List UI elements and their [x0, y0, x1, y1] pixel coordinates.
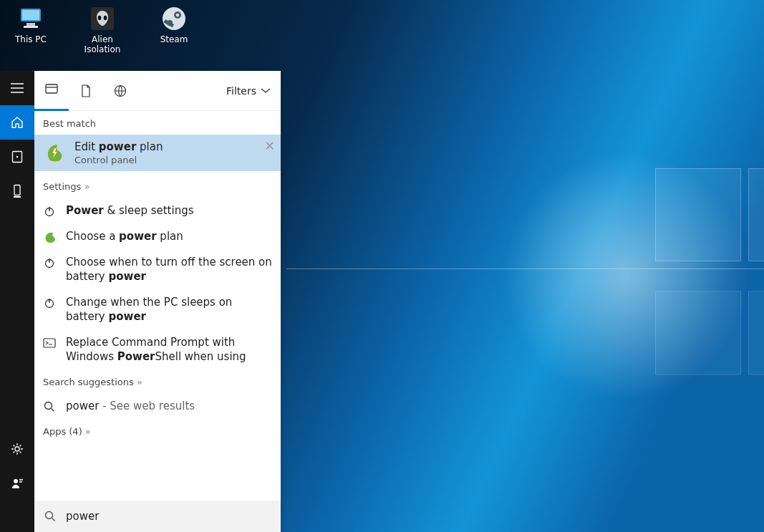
search-bar[interactable]: [34, 500, 281, 532]
power-icon: [43, 256, 56, 269]
desktop-icon-label: This PC: [15, 34, 47, 44]
svg-rect-3: [24, 26, 38, 28]
desktop-icon-steam[interactable]: Steam: [149, 4, 199, 54]
section-header-search-suggestions[interactable]: Search suggestions »: [34, 369, 281, 393]
notebook-icon: [11, 150, 23, 163]
svg-rect-2: [26, 23, 35, 26]
web-suggestion-text: power - See web results: [66, 399, 272, 413]
scope-documents-button[interactable]: [69, 71, 103, 111]
apps-scope-icon: [45, 84, 58, 95]
settings-result-text: Change when the PC sleeps on battery pow…: [66, 295, 272, 324]
rail-home-button[interactable]: [0, 105, 34, 140]
filters-button[interactable]: Filters: [226, 85, 281, 97]
rail-menu-button[interactable]: [0, 71, 34, 105]
chevron-down-icon: [261, 88, 271, 94]
dismiss-result-button[interactable]: [266, 142, 274, 150]
person-icon: [11, 478, 24, 489]
web-scope-icon: [114, 84, 127, 97]
search-input[interactable]: [66, 510, 271, 523]
rail-feedback-button[interactable]: [0, 466, 34, 500]
scope-web-button[interactable]: [103, 71, 137, 111]
svg-rect-24: [44, 339, 55, 347]
svg-rect-1: [22, 10, 39, 20]
svg-point-17: [14, 479, 18, 483]
svg-point-6: [104, 16, 107, 20]
alien-icon: [88, 4, 117, 33]
settings-result-text: Replace Command Prompt with Windows Powe…: [66, 335, 272, 364]
desktop-icons: This PC Alien Isolation Steam: [6, 4, 199, 54]
power-plan-icon: [43, 231, 56, 243]
search-icon: [43, 400, 56, 413]
search-scope-bar: Filters: [34, 71, 281, 111]
settings-result[interactable]: Replace Command Prompt with Windows Powe…: [34, 329, 281, 369]
chevron-right-icon: »: [137, 377, 142, 387]
power-icon: [43, 296, 56, 309]
power-icon: [43, 205, 56, 218]
svg-point-13: [16, 156, 19, 158]
svg-point-5: [98, 16, 102, 20]
search-results: Best match Edit power plan Control panel…: [34, 111, 281, 500]
settings-result-text: Power & sleep settings: [66, 203, 272, 218]
steam-icon: [160, 4, 188, 33]
settings-result[interactable]: Power & sleep settings: [34, 198, 281, 223]
search-icon: [44, 511, 56, 522]
terminal-icon: [43, 337, 56, 349]
search-panel: Filters Best match Edit power plan Contr…: [34, 71, 281, 532]
svg-point-25: [45, 402, 52, 410]
hamburger-icon: [11, 83, 24, 93]
rail-settings-button[interactable]: [0, 432, 34, 466]
svg-rect-18: [46, 84, 57, 93]
best-match-result[interactable]: Edit power plan Control panel: [34, 135, 281, 171]
gear-icon: [11, 442, 24, 455]
rail-notebook-button[interactable]: [0, 140, 34, 174]
svg-rect-15: [14, 196, 21, 198]
desktop-icon-label: Alien Isolation: [77, 34, 127, 54]
desktop-icon-label: Steam: [160, 34, 188, 44]
best-match-subtitle: Control panel: [74, 155, 163, 165]
pc-icon: [16, 4, 45, 33]
close-icon: [266, 142, 274, 150]
rail-devices-button[interactable]: [0, 174, 34, 208]
section-header-settings[interactable]: Settings »: [34, 171, 281, 198]
svg-point-26: [46, 512, 53, 519]
svg-point-7: [163, 7, 185, 30]
desktop-icon-alien-isolation[interactable]: Alien Isolation: [77, 4, 127, 54]
home-icon: [11, 116, 24, 129]
document-scope-icon: [81, 84, 91, 97]
settings-result-text: Choose when to turn off the screen on ba…: [66, 255, 272, 284]
filters-label: Filters: [226, 85, 256, 97]
section-header-apps[interactable]: Apps (4) »: [34, 419, 281, 442]
device-icon: [12, 184, 22, 198]
desktop: This PC Alien Isolation Steam: [0, 0, 764, 532]
scope-apps-button[interactable]: [34, 71, 69, 111]
desktop-icon-this-pc[interactable]: This PC: [6, 4, 56, 54]
settings-result[interactable]: Change when the PC sleeps on battery pow…: [34, 289, 281, 329]
section-header-best-match: Best match: [34, 111, 281, 135]
power-plan-icon: [43, 142, 66, 165]
cortana-rail: [0, 71, 34, 532]
web-suggestion[interactable]: power - See web results: [34, 393, 281, 419]
best-match-title: Edit power plan: [74, 140, 163, 153]
settings-result-text: Choose a power plan: [66, 229, 272, 243]
chevron-right-icon: »: [85, 426, 91, 437]
settings-result[interactable]: Choose when to turn off the screen on ba…: [34, 249, 281, 289]
svg-point-16: [15, 447, 19, 451]
chevron-right-icon: »: [84, 181, 90, 192]
settings-result[interactable]: Choose a power plan: [34, 223, 281, 249]
svg-rect-14: [14, 185, 20, 195]
svg-point-9: [176, 14, 179, 16]
